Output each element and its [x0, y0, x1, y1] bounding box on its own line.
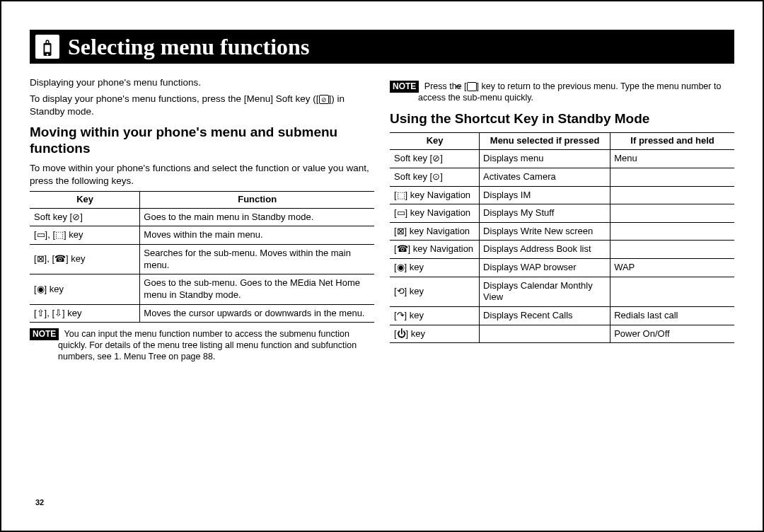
table-row: [⇧], [⇩] keyMoves the cursor upwards or …	[30, 304, 374, 323]
table-header-row: Key Menu selected if pressed If pressed …	[390, 133, 734, 150]
table-row: [⊠], [☎] keySearches for the sub-menu. M…	[30, 245, 374, 274]
intro-text-1: Displaying your phone's menu functions.	[30, 76, 374, 88]
key-function-table: Key Function Soft key [⊘]Goes to the mai…	[30, 191, 374, 323]
table-row: Soft key [⊘]Goes to the main menu in Sta…	[30, 208, 374, 226]
right-column: NOTE Press the [⟲] key to return to the …	[390, 76, 734, 366]
phone-lock-icon	[35, 35, 59, 59]
left-column: Displaying your phone's menu functions. …	[30, 76, 374, 366]
col-key: Key	[390, 133, 480, 150]
note-menu-number: NOTE You can input the menu function num…	[30, 328, 374, 362]
table-row: [↷] keyDisplays Recent CallsRedials last…	[390, 306, 734, 325]
table-row: [▭], [⬚] keyMoves within the main menu.	[30, 226, 374, 245]
table-header-row: Key Function	[30, 191, 374, 208]
table-row: [⟲] keyDisplays Calendar Monthly View	[390, 277, 734, 306]
note-previous-menu: NOTE Press the [⟲] key to return to the …	[390, 81, 734, 104]
table-row: Soft key [⊘]Displays menuMenu	[390, 150, 734, 168]
col-function: Function	[140, 191, 374, 208]
shortcut-key-table: Key Menu selected if pressed If pressed …	[390, 132, 734, 343]
table-row: Soft key [⊙]Activates Camera	[390, 168, 734, 186]
moving-intro: To move within your phone's functions an…	[30, 162, 374, 187]
table-row: [⊠] key NavigationDisplays Write New scr…	[390, 222, 734, 241]
svg-point-2	[47, 54, 48, 55]
table-row: [⬚] key NavigationDisplays IM	[390, 186, 734, 204]
col-pressed: Menu selected if pressed	[480, 133, 610, 150]
page-title: Selecting menu functions	[68, 34, 309, 60]
note-label: NOTE	[30, 328, 59, 340]
col-held: If pressed and held	[610, 133, 734, 150]
heading-shortcut: Using the Shortcut Key in Standby Mode	[390, 111, 734, 127]
table-row: [▭] key NavigationDisplays My Stuff	[390, 204, 734, 223]
note-label: NOTE	[390, 81, 419, 93]
back-key-icon: ⟲	[467, 82, 477, 91]
table-row: [⏻] keyPower On/Off	[390, 325, 734, 343]
table-row: [◉] keyGoes to the sub-menu. Goes to the…	[30, 274, 374, 304]
table-row: [☎] key NavigationDisplays Address Book …	[390, 241, 734, 259]
svg-rect-1	[45, 45, 50, 52]
intro-text-2: To display your phone's menu functions, …	[30, 93, 374, 117]
heading-moving: Moving within your phone's menu and subm…	[30, 125, 374, 157]
page-number: 32	[35, 498, 44, 507]
softkey-icon: ⊘	[319, 95, 329, 104]
table-row: [◉] keyDisplays WAP browserWAP	[390, 259, 734, 277]
col-key: Key	[30, 191, 140, 208]
title-bar: Selecting menu functions	[30, 30, 734, 64]
